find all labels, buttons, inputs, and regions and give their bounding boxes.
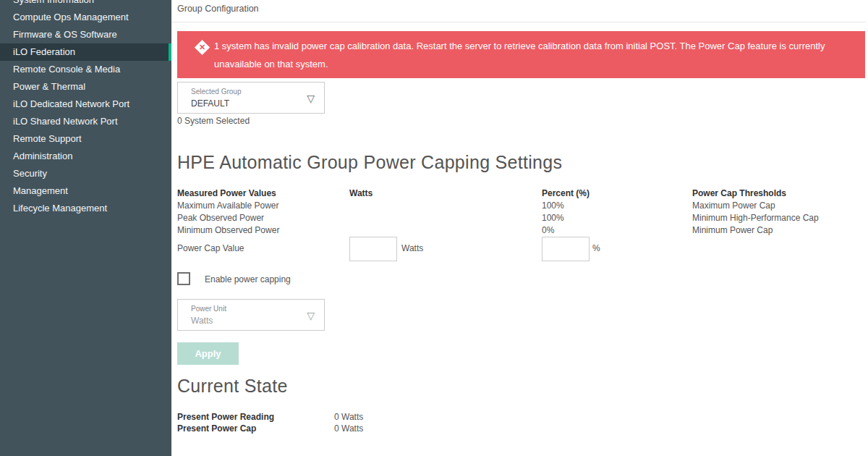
sidebar-item-power-thermal[interactable]: Power & Thermal <box>0 78 171 96</box>
present-power-reading-label: Present Power Reading <box>177 412 274 422</box>
threshold-row-label: Minimum High-Performance Cap <box>692 213 819 223</box>
header-divider <box>171 22 866 22</box>
sidebar-item-ilo-federation[interactable]: iLO Federation <box>0 43 171 61</box>
power-cap-value-label: Power Cap Value <box>177 243 244 253</box>
main-content: Group Configuration ✕ 1 system has inval… <box>171 0 868 456</box>
selected-group-dropdown[interactable]: Selected Group DEFAULT ▽ <box>177 82 325 114</box>
sidebar-item-lifecycle-management[interactable]: Lifecycle Management <box>0 200 171 217</box>
column-header-measured: Measured Power Values <box>177 188 276 198</box>
threshold-row-label: Maximum Power Cap <box>692 200 775 211</box>
sidebar-item-remote-console-media[interactable]: Remote Console & Media <box>0 61 171 78</box>
column-header-percent: Percent (%) <box>542 188 590 198</box>
sidebar-item-administration[interactable]: Administration <box>0 148 171 165</box>
page-title: Group Configuration <box>177 4 259 14</box>
sidebar-item-ilo-dedicated-network-port[interactable]: iLO Dedicated Network Port <box>0 96 171 113</box>
measured-row-label: Peak Observed Power <box>177 213 264 223</box>
present-power-cap-value: 0 Watts <box>334 423 363 434</box>
column-header-watts: Watts <box>349 188 373 198</box>
ilo-window: System Information Compute Ops Managemen… <box>0 0 868 456</box>
sidebar-item-remote-support[interactable]: Remote Support <box>0 130 171 148</box>
present-power-cap-label: Present Power Cap <box>177 423 256 434</box>
power-unit-dropdown[interactable]: Power Unit Watts ▽ <box>177 299 325 331</box>
power-cap-percent-unit: % <box>592 243 600 253</box>
power-cap-watts-unit: Watts <box>401 243 423 253</box>
sidebar-item-firmware-os-software[interactable]: Firmware & OS Software <box>0 26 171 43</box>
column-header-thresholds: Power Cap Thresholds <box>692 188 786 198</box>
critical-diamond-x-icon: ✕ <box>195 40 210 55</box>
power-unit-value: Watts <box>191 316 213 326</box>
threshold-row-label: Minimum Power Cap <box>692 225 773 235</box>
sidebar-item-system-information[interactable]: System Information <box>0 0 171 9</box>
percent-value: 100% <box>542 213 564 223</box>
system-selected-count: 0 System Selected <box>177 116 250 126</box>
apply-button[interactable]: Apply <box>177 342 239 365</box>
selected-group-label: Selected Group <box>191 88 242 96</box>
settings-section-title: HPE Automatic Group Power Capping Settin… <box>177 152 562 173</box>
critical-alert-banner: ✕ 1 system has invalid power cap calibra… <box>177 31 865 78</box>
chevron-down-icon: ▽ <box>307 310 315 321</box>
sidebar-nav: System Information Compute Ops Managemen… <box>0 0 171 456</box>
sidebar-item-security[interactable]: Security <box>0 165 171 182</box>
current-state-section-title: Current State <box>177 376 288 397</box>
measured-row-label: Minimum Observed Power <box>177 225 279 235</box>
sidebar-nav-list: System Information Compute Ops Managemen… <box>0 0 171 217</box>
percent-value: 100% <box>542 200 564 211</box>
alert-message: 1 system has invalid power cap calibrati… <box>214 37 851 73</box>
sidebar-item-management[interactable]: Management <box>0 182 171 200</box>
power-cap-watts-input[interactable] <box>349 237 397 261</box>
percent-value: 0% <box>542 225 554 235</box>
measured-row-label: Maximum Available Power <box>177 200 279 211</box>
present-power-reading-value: 0 Watts <box>334 412 363 422</box>
enable-power-capping-label: Enable power capping <box>205 274 291 284</box>
power-unit-label: Power Unit <box>191 305 226 313</box>
sidebar-item-ilo-shared-network-port[interactable]: iLO Shared Network Port <box>0 113 171 130</box>
chevron-down-icon: ▽ <box>307 93 315 104</box>
selected-group-value: DEFAULT <box>191 98 229 109</box>
power-cap-percent-input[interactable] <box>542 237 590 261</box>
sidebar-item-compute-ops-management[interactable]: Compute Ops Management <box>0 9 171 26</box>
enable-power-capping-checkbox[interactable] <box>177 272 190 285</box>
